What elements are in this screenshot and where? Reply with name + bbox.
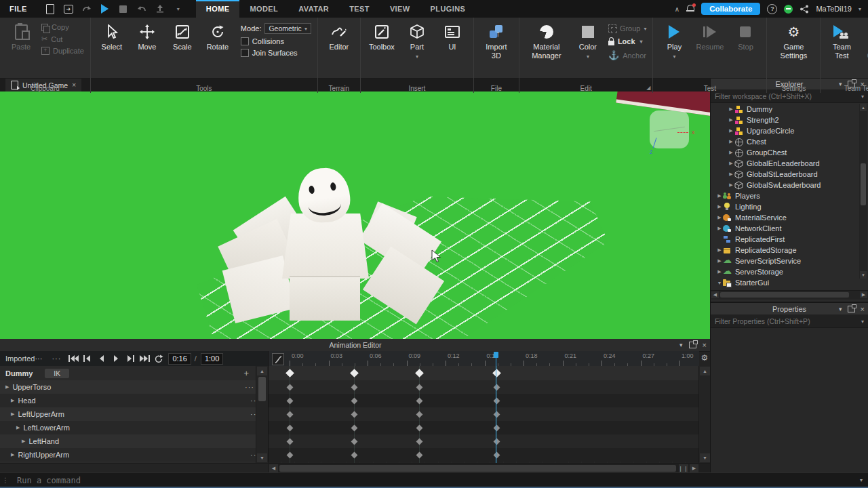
explorer-item-strength2[interactable]: ▶Strength2: [711, 115, 868, 125]
zoom-grip[interactable]: ❘❘: [679, 464, 688, 472]
explorer-item-chest[interactable]: ▶Chest: [711, 136, 868, 147]
timeline-settings-gear-icon[interactable]: ⚙: [698, 352, 711, 364]
keyframe-row-lefthand[interactable]: [269, 434, 699, 448]
menu-tab-test[interactable]: TEST: [339, 0, 380, 18]
command-caret-icon[interactable]: ▾: [860, 477, 863, 483]
terrain-editor-button[interactable]: Editor: [324, 22, 354, 53]
stop-icon[interactable]: [118, 3, 129, 14]
collisions-checkbox[interactable]: [241, 37, 249, 45]
toolbox-button[interactable]: Toolbox: [367, 22, 397, 53]
track-row-leftlowerarm[interactable]: ▶LeftLowerArm···: [0, 421, 272, 434]
chevron-down-icon[interactable]: ▼: [716, 281, 723, 285]
color-button[interactable]: Color ▾: [573, 22, 603, 61]
scrollbar-handle[interactable]: [720, 292, 849, 298]
track-row-rightupperarm[interactable]: ▶RightUpperArm···: [0, 448, 267, 462]
material-manager-button[interactable]: Material Manager: [526, 22, 568, 61]
insert-icon[interactable]: ➜: [63, 3, 74, 14]
total-time-field[interactable]: 1:00: [201, 353, 223, 365]
play-reverse-icon[interactable]: [96, 354, 107, 363]
status-icon[interactable]: [784, 5, 793, 14]
rotate-tool-button[interactable]: Rotate: [203, 22, 233, 53]
share-icon[interactable]: [800, 5, 809, 14]
explorer-item-serverstorage[interactable]: ▶☁ServerStorage: [711, 266, 868, 277]
duplicate-button[interactable]: +Duplicate: [41, 47, 84, 55]
play-icon[interactable]: [100, 3, 111, 14]
explorer-item-startergui[interactable]: ▼StarterGui: [711, 277, 868, 288]
play-icon[interactable]: [111, 354, 121, 363]
file-menu-button[interactable]: FILE: [0, 0, 37, 18]
explorer-item-globalstleaderboard[interactable]: ▶GlobalStLeaderboard: [711, 169, 868, 180]
chevron-right-icon[interactable]: ▶: [728, 182, 734, 188]
skip-end-icon[interactable]: [139, 354, 150, 363]
scroll-down-button[interactable]: ▼: [257, 453, 267, 462]
scrollbar-handle[interactable]: [258, 377, 266, 401]
explorer-item-materialservice[interactable]: ▶MaterialService: [711, 212, 868, 223]
playhead-marker[interactable]: [494, 352, 498, 358]
keyframe-row-leftlowerarm[interactable]: [269, 421, 699, 434]
explorer-item-players[interactable]: ▶Players: [711, 190, 868, 201]
explorer-item-upgradecircle[interactable]: ▶UpgradeCircle: [711, 125, 868, 136]
chevron-down-icon[interactable]: ▾: [839, 306, 842, 312]
scroll-up-button[interactable]: ▲: [860, 104, 867, 111]
chevron-right-icon[interactable]: ▶: [728, 117, 734, 123]
chevron-down-icon[interactable]: ▾: [679, 342, 683, 348]
scroll-right-button[interactable]: ▶: [690, 464, 698, 472]
username-label[interactable]: MaTeDiI19: [816, 5, 852, 13]
close-panel-icon[interactable]: ×: [703, 341, 707, 349]
explorer-item-serverscriptservice[interactable]: ▶☁ServerScriptService: [711, 256, 868, 266]
track-menu-icon[interactable]: ···: [245, 383, 254, 391]
menu-tab-avatar[interactable]: AVATAR: [288, 0, 339, 18]
resume-button[interactable]: Resume: [694, 22, 725, 53]
explorer-horizontal-scrollbar[interactable]: ◀ ▶: [711, 290, 868, 300]
chevron-right-icon[interactable]: ▶: [728, 139, 734, 144]
keyframe-area[interactable]: [268, 366, 699, 463]
track-row-uppertorso[interactable]: ▶UpperTorso···: [0, 380, 261, 394]
scroll-up-button[interactable]: ▲: [257, 367, 267, 375]
stop-button[interactable]: Stop: [730, 22, 760, 53]
viewport-3d[interactable]: x z: [0, 92, 711, 339]
drag-handle-icon[interactable]: ⋮: [2, 476, 9, 484]
scale-tool-button[interactable]: Scale: [167, 22, 197, 53]
explorer-item-globalswleaderboard[interactable]: ▶GlobalSwLeaderboard: [711, 180, 868, 190]
filter-caret-icon[interactable]: ▾: [861, 94, 864, 100]
command-input[interactable]: [16, 475, 818, 486]
collisions-checkbox-row[interactable]: Collisions: [241, 37, 311, 45]
menu-tab-plugins[interactable]: PLUGINS: [420, 0, 476, 18]
scrollbar-handle[interactable]: [279, 465, 676, 472]
scroll-left-button[interactable]: ◀: [269, 464, 278, 472]
mode-dropdown[interactable]: Geometric▾: [264, 23, 311, 34]
part-button[interactable]: Part ▾: [402, 22, 432, 61]
keyframe-row-rightupperarm[interactable]: [269, 448, 699, 462]
timeline-ruler[interactable]: 0:000:030:060:090:120:150:180:210:240:27…: [268, 351, 699, 367]
publish-icon[interactable]: [155, 3, 165, 14]
scroll-right-button[interactable]: ▶: [860, 291, 867, 298]
chevron-right-icon[interactable]: ▶: [11, 398, 14, 403]
chevron-right-icon[interactable]: ▶: [728, 171, 734, 177]
menu-tab-view[interactable]: VIEW: [380, 0, 420, 18]
group-button[interactable]: Group▾: [608, 24, 647, 33]
chevron-right-icon[interactable]: ▶: [728, 161, 734, 166]
keyframe-row-leftupperarm[interactable]: [269, 407, 699, 421]
float-panel-icon[interactable]: [848, 306, 855, 312]
team-test-button[interactable]: Team Test: [827, 22, 856, 61]
add-track-button[interactable]: +: [243, 368, 249, 378]
game-settings-button[interactable]: ⚙ Game Settings: [773, 22, 814, 61]
properties-filter-input[interactable]: [711, 317, 852, 326]
chevron-right-icon[interactable]: ▶: [716, 269, 723, 274]
chevron-right-icon[interactable]: ▶: [16, 425, 20, 430]
chevron-right-icon[interactable]: ▶: [716, 215, 723, 220]
track-row-head[interactable]: ▶Head···: [0, 394, 267, 407]
user-menu-caret-icon[interactable]: ▾: [859, 6, 861, 12]
loop-icon[interactable]: [153, 354, 164, 363]
current-time-field[interactable]: 0:16: [168, 353, 191, 365]
cut-button[interactable]: ✂Cut: [41, 35, 84, 43]
scroll-left-button[interactable]: ◀: [711, 291, 719, 298]
chevron-right-icon[interactable]: ▶: [716, 258, 723, 264]
keyframe-row-uppertorso[interactable]: [269, 380, 699, 394]
explorer-item-networkclient[interactable]: ▶NetworkClient: [711, 223, 868, 234]
exit-game-button[interactable]: ↦ Exit Game: [862, 22, 868, 61]
explorer-vertical-scrollbar[interactable]: ▲ ▼: [859, 104, 867, 279]
explorer-item-globalenleaderboard[interactable]: ▶GlobalEnLeaderboard: [711, 158, 868, 169]
chevron-right-icon[interactable]: ▶: [728, 128, 734, 134]
join-surfaces-checkbox[interactable]: [241, 49, 249, 57]
